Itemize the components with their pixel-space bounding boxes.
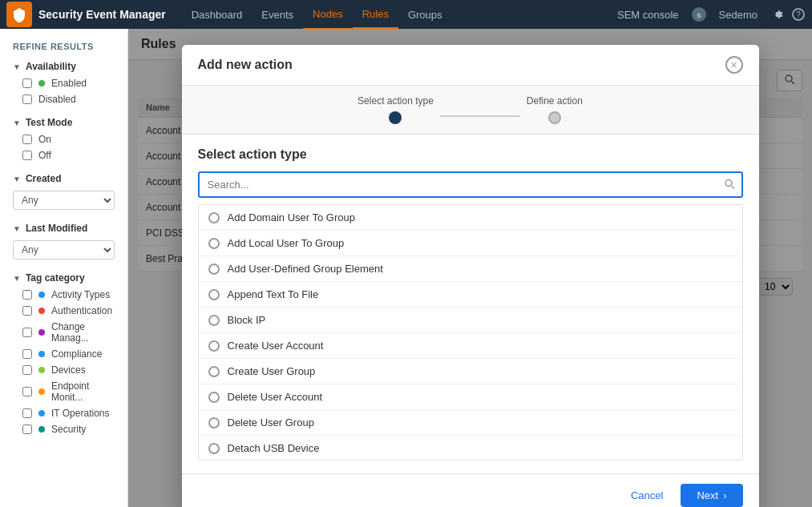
action-item-1[interactable]: Add Local User To Group: [199, 231, 742, 256]
sidebar-item-disabled[interactable]: Disabled: [0, 91, 127, 107]
action-radio-7[interactable]: [208, 392, 220, 403]
off-checkbox[interactable]: [22, 151, 32, 160]
lastmodified-header[interactable]: ▼ Last Modified: [0, 219, 127, 237]
sidebar-section-created: ▼ Created Any: [0, 170, 127, 213]
itops-label: IT Operations: [51, 408, 109, 419]
compliance-dot: [38, 351, 45, 357]
modal-section-title: Select action type: [198, 147, 743, 162]
testmode-label: Test Mode: [26, 117, 72, 128]
lastmodified-label: Last Modified: [26, 223, 87, 234]
sidebar-item-itops[interactable]: IT Operations: [0, 405, 127, 421]
action-item-7[interactable]: Delete User Account: [199, 384, 742, 410]
svg-point-6: [725, 179, 732, 186]
testmode-header[interactable]: ▼ Test Mode: [0, 114, 127, 131]
step-connector: [440, 115, 520, 117]
devices-label: Devices: [51, 364, 86, 376]
activitytypes-label: Activity Types: [51, 289, 110, 300]
nav-rules[interactable]: Rules: [353, 0, 398, 29]
enabled-label: Enabled: [51, 78, 87, 89]
on-checkbox[interactable]: [22, 135, 32, 144]
sidebar-item-security[interactable]: Security: [0, 421, 127, 437]
off-label: Off: [38, 150, 51, 161]
sidebar-item-authentication[interactable]: Authentication: [0, 303, 127, 319]
action-item-9[interactable]: Detach USB Device: [199, 436, 742, 461]
modal-close-button[interactable]: ×: [725, 56, 743, 74]
compliance-checkbox[interactable]: [22, 349, 32, 359]
action-item-4[interactable]: Block IP: [199, 308, 742, 333]
app-logo: [6, 2, 32, 27]
sidebar-item-compliance[interactable]: Compliance: [0, 346, 127, 362]
lastmodified-select[interactable]: Any: [13, 240, 115, 260]
activitytypes-checkbox[interactable]: [22, 290, 32, 300]
svg-text:S: S: [697, 12, 701, 19]
help-icon[interactable]: ?: [791, 7, 806, 22]
sidebar-item-devices[interactable]: Devices: [0, 362, 127, 378]
created-header[interactable]: ▼ Created: [0, 170, 127, 187]
sidebar-title: REFINE RESULTS: [0, 38, 127, 58]
sidebar-item-activitytypes[interactable]: Activity Types: [0, 287, 127, 303]
nav-dashboard[interactable]: Dashboard: [182, 0, 252, 29]
action-label-7: Delete User Account: [228, 391, 323, 403]
step1-item: Select action type: [358, 95, 434, 124]
action-item-5[interactable]: Create User Account: [199, 333, 742, 359]
created-select[interactable]: Any: [13, 191, 115, 210]
tagcategory-label: Tag category: [26, 272, 85, 284]
itops-checkbox[interactable]: [22, 408, 32, 418]
sidebar-item-off[interactable]: Off: [0, 147, 127, 163]
action-radio-8[interactable]: [208, 417, 220, 429]
security-checkbox[interactable]: [22, 425, 32, 434]
action-label-5: Create User Account: [228, 340, 324, 352]
sidebar-item-enabled[interactable]: Enabled: [0, 75, 127, 91]
close-icon: ×: [730, 58, 737, 71]
sidebar-item-changemanag[interactable]: Change Manag...: [0, 319, 127, 346]
sidebar-item-on[interactable]: On: [0, 131, 127, 147]
changemanag-checkbox[interactable]: [22, 328, 32, 337]
on-label: On: [38, 134, 51, 145]
step2-dot: [548, 111, 561, 124]
disabled-checkbox[interactable]: [22, 95, 32, 104]
cancel-button[interactable]: Cancel: [621, 485, 673, 506]
user-avatar[interactable]: S: [692, 7, 706, 22]
nav-groups[interactable]: Groups: [398, 0, 452, 29]
lastmodified-filter-row: Any: [0, 237, 127, 263]
action-radio-5[interactable]: [208, 340, 220, 352]
add-action-modal: Add new action × Select action type Defi…: [182, 45, 759, 507]
endpointmonit-dot: [38, 388, 45, 395]
action-item-3[interactable]: Append Text To File: [199, 282, 742, 308]
action-item-8[interactable]: Delete User Group: [199, 410, 742, 436]
action-item-6[interactable]: Create User Group: [199, 359, 742, 384]
sidebar: REFINE RESULTS ▼ Availability Enabled Di…: [0, 29, 128, 507]
sidebar-section-testmode: ▼ Test Mode On Off: [0, 114, 127, 163]
devices-checkbox[interactable]: [22, 365, 32, 375]
authentication-checkbox[interactable]: [22, 306, 32, 316]
next-button[interactable]: Next ›: [681, 484, 742, 507]
sidebar-item-endpointmonit[interactable]: Endpoint Monit...: [0, 378, 127, 405]
nav-nodes[interactable]: Nodes: [303, 0, 353, 29]
action-radio-1[interactable]: [208, 238, 220, 249]
action-item-0[interactable]: Add Domain User To Group: [199, 205, 742, 231]
enabled-checkbox[interactable]: [22, 78, 32, 88]
action-item-2[interactable]: Add User-Defined Group Element: [199, 256, 742, 282]
action-radio-6[interactable]: [208, 366, 220, 377]
action-label-1: Add Local User To Group: [228, 237, 345, 249]
user-name[interactable]: Sedemo: [713, 6, 764, 24]
endpointmonit-checkbox[interactable]: [22, 387, 32, 396]
action-radio-0[interactable]: [208, 212, 220, 223]
search-container: [198, 171, 743, 198]
action-radio-2[interactable]: [208, 264, 220, 275]
action-radio-9[interactable]: [208, 443, 220, 454]
availability-header[interactable]: ▼ Availability: [0, 58, 127, 75]
availability-chevron: ▼: [13, 62, 21, 71]
action-radio-3[interactable]: [208, 289, 220, 300]
sem-console-btn[interactable]: SEM console: [611, 6, 685, 24]
action-radio-4[interactable]: [208, 315, 220, 326]
created-label: Created: [26, 173, 62, 184]
settings-icon[interactable]: [770, 7, 785, 22]
stepper: Select action type Define action: [182, 86, 759, 135]
tagcategory-header[interactable]: ▼ Tag category: [0, 269, 127, 287]
enabled-dot: [38, 80, 45, 87]
action-search-input[interactable]: [198, 171, 743, 198]
authentication-label: Authentication: [51, 305, 112, 316]
nav-events[interactable]: Events: [252, 0, 303, 29]
main-area: REFINE RESULTS ▼ Availability Enabled Di…: [0, 29, 812, 507]
